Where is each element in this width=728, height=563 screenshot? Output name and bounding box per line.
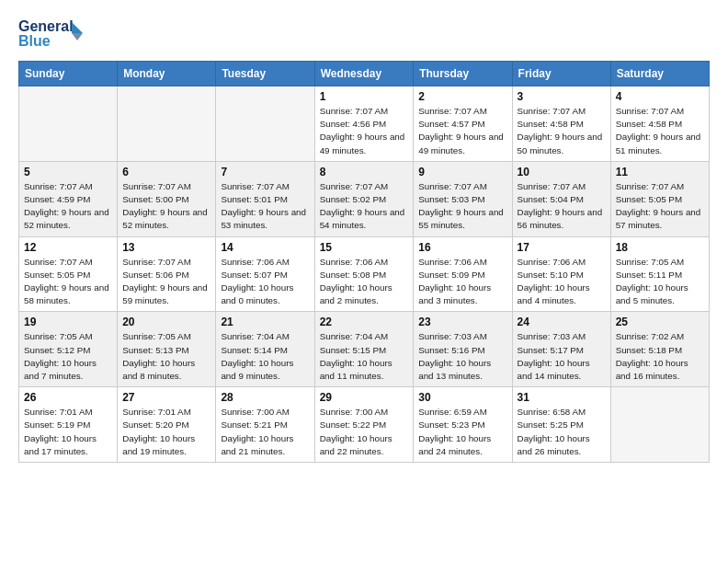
calendar-cell: 20Sunrise: 7:05 AMSunset: 5:13 PMDayligh…: [118, 312, 216, 387]
day-number: 17: [518, 241, 606, 254]
day-number: 4: [616, 90, 704, 103]
day-number: 14: [221, 241, 309, 254]
calendar-cell: 5Sunrise: 7:07 AMSunset: 4:59 PMDaylight…: [19, 161, 118, 236]
svg-marker-3: [72, 33, 83, 40]
day-number: 23: [418, 316, 506, 328]
calendar-cell: 14Sunrise: 7:06 AMSunset: 5:07 PMDayligh…: [216, 236, 314, 312]
calendar-cell: [19, 86, 118, 162]
col-header-thursday: Thursday: [414, 62, 512, 86]
day-number: 29: [320, 391, 409, 404]
calendar-cell: 26Sunrise: 7:01 AMSunset: 5:19 PMDayligh…: [19, 387, 118, 463]
calendar-cell: 16Sunrise: 7:06 AMSunset: 5:09 PMDayligh…: [414, 236, 512, 312]
day-info: Sunrise: 7:06 AMSunset: 5:08 PMDaylight:…: [320, 256, 409, 308]
day-info: Sunrise: 7:05 AMSunset: 5:13 PMDaylight:…: [122, 330, 210, 383]
calendar-cell: 31Sunrise: 6:58 AMSunset: 5:25 PMDayligh…: [512, 387, 610, 463]
day-info: Sunrise: 7:07 AMSunset: 5:03 PMDaylight:…: [418, 180, 506, 233]
day-number: 24: [518, 316, 606, 328]
day-info: Sunrise: 7:06 AMSunset: 5:10 PMDaylight:…: [518, 256, 606, 308]
calendar-cell: 21Sunrise: 7:04 AMSunset: 5:14 PMDayligh…: [216, 312, 314, 387]
calendar-cell: 3Sunrise: 7:07 AMSunset: 4:58 PMDaylight…: [512, 86, 610, 162]
day-number: 1: [320, 90, 409, 103]
calendar-cell: 10Sunrise: 7:07 AMSunset: 5:04 PMDayligh…: [512, 161, 610, 236]
day-info: Sunrise: 7:00 AMSunset: 5:21 PMDaylight:…: [221, 406, 309, 458]
day-info: Sunrise: 7:07 AMSunset: 4:58 PMDaylight:…: [518, 105, 606, 157]
calendar-cell: 17Sunrise: 7:06 AMSunset: 5:10 PMDayligh…: [512, 236, 610, 312]
day-info: Sunrise: 7:07 AMSunset: 5:05 PMDaylight:…: [24, 256, 112, 308]
calendar-cell: 4Sunrise: 7:07 AMSunset: 4:58 PMDaylight…: [610, 86, 709, 162]
calendar-cell: 19Sunrise: 7:05 AMSunset: 5:12 PMDayligh…: [19, 312, 118, 387]
calendar-cell: 30Sunrise: 6:59 AMSunset: 5:23 PMDayligh…: [414, 387, 512, 463]
calendar-cell: 13Sunrise: 7:07 AMSunset: 5:06 PMDayligh…: [118, 236, 216, 312]
day-number: 28: [221, 391, 309, 404]
calendar-cell: 1Sunrise: 7:07 AMSunset: 4:56 PMDaylight…: [314, 86, 414, 162]
calendar-cell: 28Sunrise: 7:00 AMSunset: 5:21 PMDayligh…: [216, 387, 314, 463]
logo: General Blue: [18, 15, 83, 52]
day-info: Sunrise: 7:03 AMSunset: 5:16 PMDaylight:…: [418, 330, 506, 383]
calendar-cell: 2Sunrise: 7:07 AMSunset: 4:57 PMDaylight…: [414, 86, 512, 162]
calendar-cell: [118, 86, 216, 162]
day-info: Sunrise: 7:07 AMSunset: 4:58 PMDaylight:…: [616, 105, 704, 157]
col-header-tuesday: Tuesday: [216, 62, 314, 86]
calendar-week-row: 5Sunrise: 7:07 AMSunset: 4:59 PMDaylight…: [19, 161, 710, 236]
day-number: 6: [122, 166, 210, 178]
calendar-cell: 22Sunrise: 7:04 AMSunset: 5:15 PMDayligh…: [314, 312, 414, 387]
page: General Blue SundayMondayTuesdayWednesda…: [0, 0, 728, 563]
calendar-cell: 23Sunrise: 7:03 AMSunset: 5:16 PMDayligh…: [414, 312, 512, 387]
calendar-cell: 18Sunrise: 7:05 AMSunset: 5:11 PMDayligh…: [610, 236, 709, 312]
day-number: 11: [616, 166, 704, 178]
day-number: 8: [320, 166, 409, 178]
day-info: Sunrise: 6:59 AMSunset: 5:23 PMDaylight:…: [418, 406, 506, 458]
day-number: 9: [418, 166, 506, 178]
day-number: 3: [518, 90, 606, 103]
calendar-cell: 27Sunrise: 7:01 AMSunset: 5:20 PMDayligh…: [118, 387, 216, 463]
day-info: Sunrise: 7:07 AMSunset: 5:06 PMDaylight:…: [122, 256, 210, 308]
day-number: 5: [24, 166, 112, 178]
calendar-cell: 12Sunrise: 7:07 AMSunset: 5:05 PMDayligh…: [19, 236, 118, 312]
calendar-cell: 29Sunrise: 7:00 AMSunset: 5:22 PMDayligh…: [314, 387, 414, 463]
day-number: 20: [122, 316, 210, 328]
day-number: 15: [320, 241, 409, 254]
calendar-cell: 11Sunrise: 7:07 AMSunset: 5:05 PMDayligh…: [610, 161, 709, 236]
col-header-saturday: Saturday: [610, 62, 709, 86]
day-number: 27: [122, 391, 210, 404]
calendar-cell: [610, 387, 709, 463]
day-info: Sunrise: 7:07 AMSunset: 5:05 PMDaylight:…: [616, 180, 704, 233]
day-info: Sunrise: 7:07 AMSunset: 4:56 PMDaylight:…: [320, 105, 409, 157]
day-number: 31: [518, 391, 606, 404]
col-header-friday: Friday: [512, 62, 610, 86]
day-info: Sunrise: 7:07 AMSunset: 5:04 PMDaylight:…: [518, 180, 606, 233]
calendar-cell: 7Sunrise: 7:07 AMSunset: 5:01 PMDaylight…: [216, 161, 314, 236]
calendar-cell: 9Sunrise: 7:07 AMSunset: 5:03 PMDaylight…: [414, 161, 512, 236]
day-info: Sunrise: 7:07 AMSunset: 5:00 PMDaylight:…: [122, 180, 210, 233]
calendar-week-row: 12Sunrise: 7:07 AMSunset: 5:05 PMDayligh…: [19, 236, 710, 312]
day-info: Sunrise: 6:58 AMSunset: 5:25 PMDaylight:…: [518, 406, 606, 458]
logo-icon: General Blue: [18, 15, 83, 52]
col-header-wednesday: Wednesday: [314, 62, 414, 86]
calendar-week-row: 26Sunrise: 7:01 AMSunset: 5:19 PMDayligh…: [19, 387, 710, 463]
col-header-monday: Monday: [118, 62, 216, 86]
calendar-cell: 8Sunrise: 7:07 AMSunset: 5:02 PMDaylight…: [314, 161, 414, 236]
day-info: Sunrise: 7:02 AMSunset: 5:18 PMDaylight:…: [616, 330, 704, 383]
day-number: 19: [24, 316, 112, 328]
col-header-sunday: Sunday: [19, 62, 118, 86]
calendar-cell: 15Sunrise: 7:06 AMSunset: 5:08 PMDayligh…: [314, 236, 414, 312]
calendar-week-row: 1Sunrise: 7:07 AMSunset: 4:56 PMDaylight…: [19, 86, 710, 162]
svg-marker-2: [72, 22, 83, 33]
day-info: Sunrise: 7:07 AMSunset: 5:02 PMDaylight:…: [320, 180, 409, 233]
calendar-week-row: 19Sunrise: 7:05 AMSunset: 5:12 PMDayligh…: [19, 312, 710, 387]
day-info: Sunrise: 7:05 AMSunset: 5:12 PMDaylight:…: [24, 330, 112, 383]
day-info: Sunrise: 7:05 AMSunset: 5:11 PMDaylight:…: [616, 256, 704, 308]
header: General Blue: [18, 15, 710, 52]
calendar-header-row: SundayMondayTuesdayWednesdayThursdayFrid…: [19, 62, 710, 86]
day-number: 21: [221, 316, 309, 328]
day-number: 26: [24, 391, 112, 404]
day-info: Sunrise: 7:06 AMSunset: 5:09 PMDaylight:…: [418, 256, 506, 308]
svg-text:Blue: Blue: [18, 33, 51, 49]
day-info: Sunrise: 7:03 AMSunset: 5:17 PMDaylight:…: [518, 330, 606, 383]
day-number: 30: [418, 391, 506, 404]
svg-text:General: General: [18, 18, 74, 34]
calendar-cell: [216, 86, 314, 162]
day-info: Sunrise: 7:00 AMSunset: 5:22 PMDaylight:…: [320, 406, 409, 458]
calendar-cell: 6Sunrise: 7:07 AMSunset: 5:00 PMDaylight…: [118, 161, 216, 236]
day-number: 22: [320, 316, 409, 328]
